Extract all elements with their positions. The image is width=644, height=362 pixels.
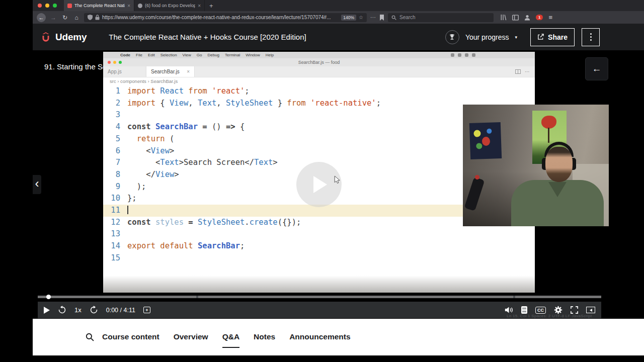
bookmark-star-icon[interactable]: ☆: [359, 15, 363, 20]
video-progress-bar[interactable]: [38, 296, 601, 298]
minimize-window-button[interactable]: [45, 4, 49, 8]
menu-item[interactable]: File: [136, 53, 142, 57]
menu-item[interactable]: Help: [266, 53, 274, 57]
update-badge[interactable]: 1: [536, 15, 543, 20]
menu-item[interactable]: Code: [120, 53, 130, 57]
chevron-down-icon[interactable]: ▾: [515, 35, 518, 40]
rewind-button[interactable]: [58, 306, 66, 314]
vscode-menubar: CodeFileEditSelectionViewGoDebugTerminal…: [103, 52, 535, 58]
close-window-button[interactable]: [38, 4, 42, 8]
page-actions-icon[interactable]: ⋯: [370, 14, 376, 21]
video-bottom-fade: [103, 276, 535, 293]
play-overlay-button[interactable]: [296, 162, 342, 207]
line-number: 3: [103, 109, 120, 121]
instructor-hoodie: [511, 180, 604, 226]
fullscreen-icon[interactable]: [571, 306, 578, 314]
editor-tab-appjs[interactable]: App.js: [103, 66, 146, 77]
library-icon[interactable]: [500, 14, 507, 21]
line-number: 15: [103, 252, 120, 264]
code-line: 1import React from 'react';: [103, 85, 535, 98]
tab-notes[interactable]: Notes: [254, 327, 275, 348]
udemy-logo[interactable]: Udemy: [40, 31, 87, 43]
pocket-flag-icon[interactable]: [379, 15, 384, 21]
tracking-shield-icon[interactable]: [88, 15, 93, 20]
editor-more-icon[interactable]: ⋯: [525, 69, 530, 74]
reload-button[interactable]: ↻: [61, 14, 69, 21]
browser-search-field[interactable]: Search: [388, 13, 494, 22]
text-cursor: [127, 206, 128, 214]
menu-item[interactable]: Window: [246, 53, 260, 57]
editor-actions: ⋯: [515, 66, 535, 77]
account-icon[interactable]: [524, 15, 530, 21]
forward-button[interactable]: →: [49, 14, 57, 21]
menubar-status-icons: [451, 53, 475, 57]
playback-speed-button[interactable]: 1x: [74, 306, 82, 314]
add-note-button[interactable]: +: [143, 307, 150, 313]
zoom-level-badge[interactable]: 140%: [341, 15, 356, 21]
chapter-marker[interactable]: [513, 296, 515, 298]
course-title: The Complete React Native + Hooks Course…: [109, 33, 306, 41]
closed-captions-button[interactable]: CC: [535, 307, 546, 314]
play-button[interactable]: [44, 307, 50, 314]
forward-button[interactable]: [90, 306, 98, 314]
home-button[interactable]: ⌂: [72, 14, 80, 21]
progress-trophy[interactable]: [445, 30, 459, 44]
new-tab-button[interactable]: +: [209, 2, 213, 10]
browser-tab-udemy[interactable]: The Complete React Native + ... ×: [64, 0, 134, 11]
header-more-button[interactable]: [582, 28, 600, 46]
expanded-view-icon[interactable]: [586, 307, 595, 313]
line-number: 8: [103, 169, 120, 181]
menu-item[interactable]: Edit: [148, 53, 155, 57]
tab-announcements[interactable]: Announcements: [289, 327, 350, 348]
tab-course-content[interactable]: Course content: [102, 327, 159, 348]
address-bar[interactable]: https://www.udemy.com/course/the-complet…: [84, 13, 367, 22]
udemy-wordmark: Udemy: [55, 32, 87, 43]
zoom-window-button[interactable]: [53, 4, 57, 8]
line-number: 7: [103, 157, 120, 169]
tab-overview[interactable]: Overview: [174, 327, 208, 348]
close-tab-icon[interactable]: ×: [198, 3, 201, 9]
share-button[interactable]: Share: [530, 28, 575, 46]
line-number: 6: [103, 145, 120, 157]
url-text[interactable]: https://www.udemy.com/course/the-complet…: [102, 15, 339, 20]
browser-tab-bar: The Complete React Native + ... × (6) fo…: [33, 0, 644, 11]
menu-item[interactable]: Selection: [160, 53, 177, 57]
course-search-button[interactable]: [86, 333, 94, 341]
chapter-marker[interactable]: [196, 296, 198, 298]
window-controls: [38, 4, 57, 8]
breadcrumb[interactable]: src › components › SearchBar.js: [103, 77, 535, 84]
line-number: 4: [103, 121, 120, 133]
collapse-sidebar-button[interactable]: ←: [585, 57, 608, 80]
settings-gear-icon[interactable]: [554, 306, 562, 314]
close-tab-icon[interactable]: ×: [127, 3, 130, 9]
back-button[interactable]: ←: [37, 13, 46, 22]
volume-icon[interactable]: [505, 306, 513, 314]
split-editor-icon[interactable]: [515, 69, 521, 74]
previous-lecture-button[interactable]: ‹: [33, 175, 41, 194]
line-number: 12: [103, 217, 120, 229]
tab-q-a[interactable]: Q&A: [222, 327, 239, 348]
menu-item[interactable]: Terminal: [225, 53, 240, 57]
editor-tab-label: SearchBar.js: [151, 69, 180, 74]
tab-title: (6) food on Expo Developer To...: [145, 3, 195, 8]
share-label: Share: [548, 33, 568, 41]
menu-item[interactable]: View: [183, 53, 191, 57]
menu-item[interactable]: Debug: [207, 53, 219, 57]
menu-item[interactable]: Go: [197, 53, 202, 57]
playhead[interactable]: [46, 295, 51, 299]
editor-tab-searchbarjs[interactable]: SearchBar.js ×: [146, 66, 195, 77]
line-number: 2: [103, 98, 120, 110]
tab-title: The Complete React Native + ...: [74, 3, 125, 8]
code-line: 15: [103, 252, 535, 264]
transcript-icon[interactable]: [521, 306, 527, 314]
video-player[interactable]: 91. Starting the SearchBar CodeFileEditS…: [33, 50, 644, 319]
menu-hamburger-icon[interactable]: ≡: [548, 14, 552, 21]
your-progress-label[interactable]: Your progress: [465, 33, 509, 41]
instructor-webcam: [463, 105, 609, 226]
course-tabs-bar: Course contentOverviewQ&ANotesAnnounceme…: [33, 319, 644, 355]
close-editor-tab-icon[interactable]: ×: [187, 69, 190, 74]
udemy-header: Udemy The Complete React Native + Hooks …: [33, 24, 644, 50]
sidebar-icon[interactable]: [512, 15, 519, 21]
microphone: [464, 177, 485, 211]
browser-tab-expo[interactable]: (6) food on Expo Developer To... ×: [134, 0, 205, 11]
